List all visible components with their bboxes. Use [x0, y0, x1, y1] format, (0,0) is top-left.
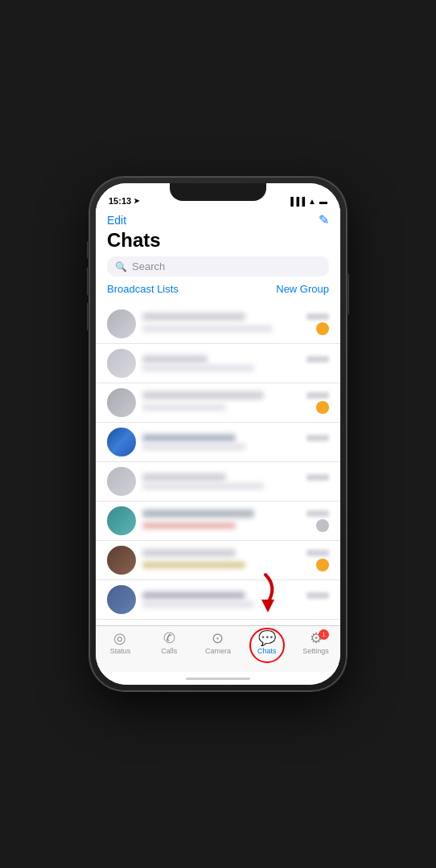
page-title: Chats [107, 229, 329, 252]
tab-settings[interactable]: ⚙ Settings 1 [291, 631, 340, 655]
edit-button[interactable]: Edit [107, 214, 126, 227]
settings-badge: 1 [319, 629, 329, 640]
chat-time [306, 356, 329, 362]
search-placeholder: Search [132, 260, 165, 272]
list-item[interactable] [96, 423, 340, 462]
chat-time [306, 592, 329, 599]
phone-frame: 15:13 ➤ ▐▐▐ ▲ ▬ Edit ✎ Chats 🔍 [89, 177, 347, 691]
avatar [107, 388, 136, 417]
avatar [107, 585, 136, 614]
calls-icon: ✆ [163, 631, 175, 645]
actions-row: Broadcast Lists New Group [107, 283, 329, 300]
phone-screen: 15:13 ➤ ▐▐▐ ▲ ▬ Edit ✎ Chats 🔍 [96, 183, 340, 685]
tab-camera[interactable]: ⊙ Camera [194, 631, 243, 655]
status-icon: ◎ [113, 631, 126, 645]
chat-time [306, 550, 329, 556]
list-item[interactable] [96, 383, 340, 423]
tab-chats[interactable]: 💬 Chats [242, 631, 291, 655]
chat-time [306, 474, 329, 481]
search-bar[interactable]: 🔍 Search [107, 256, 329, 276]
avatar [107, 309, 136, 338]
avatar [107, 546, 136, 575]
status-time: 15:13 ➤ [109, 196, 140, 206]
chat-preview [142, 483, 264, 489]
chat-badge [316, 401, 329, 414]
list-item[interactable] [96, 305, 340, 344]
new-group-link[interactable]: New Group [276, 283, 329, 295]
chat-info [142, 391, 329, 414]
chat-time [306, 313, 329, 320]
broadcast-lists-link[interactable]: Broadcast Lists [107, 283, 179, 295]
home-bar [186, 678, 250, 680]
chat-preview [142, 444, 245, 450]
chat-time [306, 435, 329, 441]
nav-bar: Edit ✎ Chats 🔍 Search Broadcast Lists Ne… [96, 209, 340, 305]
chat-name [142, 391, 264, 399]
home-indicator [96, 672, 340, 685]
app-content: Edit ✎ Chats 🔍 Search Broadcast Lists Ne… [96, 209, 340, 625]
tab-bar: ◎ Status ✆ Calls ⊙ Camera 💬 Chats ⚙ Sett… [96, 625, 340, 672]
nav-top: Edit ✎ [107, 212, 329, 227]
list-item[interactable] [96, 344, 340, 383]
calls-tab-label: Calls [161, 647, 177, 655]
avatar [107, 349, 136, 378]
chat-preview [142, 562, 245, 568]
chat-info [142, 313, 329, 335]
chat-info [142, 592, 329, 608]
tab-calls[interactable]: ✆ Calls [145, 631, 194, 655]
chat-info [142, 549, 329, 571]
chat-badge [316, 559, 329, 571]
chat-info [142, 473, 329, 489]
compose-icon[interactable]: ✎ [319, 212, 329, 227]
chat-name [142, 549, 236, 557]
chat-name [142, 355, 208, 363]
chat-name [142, 434, 236, 442]
status-tab-label: Status [110, 647, 131, 655]
list-item[interactable] [96, 580, 340, 620]
chat-info [142, 355, 329, 371]
chat-preview [142, 404, 226, 411]
settings-tab-label: Settings [302, 647, 329, 655]
list-item[interactable] [96, 502, 340, 541]
chat-preview [142, 601, 254, 608]
chat-preview [142, 326, 273, 332]
battery-icon: ▬ [319, 197, 327, 206]
location-icon: ➤ [134, 197, 140, 205]
tab-status[interactable]: ◎ Status [96, 631, 145, 655]
chat-info [142, 510, 329, 532]
chat-list [96, 305, 340, 625]
list-item[interactable] [96, 462, 340, 502]
chat-preview [142, 522, 236, 529]
camera-icon: ⊙ [212, 631, 224, 645]
chat-preview [142, 365, 254, 371]
list-item[interactable] [96, 541, 340, 580]
avatar [107, 467, 136, 496]
chat-badge [316, 322, 329, 335]
wifi-icon: ▲ [308, 197, 316, 206]
search-icon: 🔍 [115, 261, 127, 272]
chat-name [142, 510, 254, 518]
clock: 15:13 [109, 196, 131, 206]
chat-info [142, 434, 329, 450]
avatar [107, 428, 136, 457]
chat-name [142, 592, 245, 600]
camera-tab-label: Camera [205, 647, 231, 655]
chat-time [306, 510, 329, 517]
chat-time [306, 392, 329, 399]
notch [170, 183, 266, 201]
signal-icon: ▐▐▐ [288, 197, 305, 206]
status-icons: ▐▐▐ ▲ ▬ [288, 197, 327, 206]
active-ring [249, 628, 285, 663]
chat-badge [316, 519, 329, 532]
chat-name [142, 473, 226, 481]
avatar [107, 506, 136, 535]
chat-name [142, 313, 245, 321]
